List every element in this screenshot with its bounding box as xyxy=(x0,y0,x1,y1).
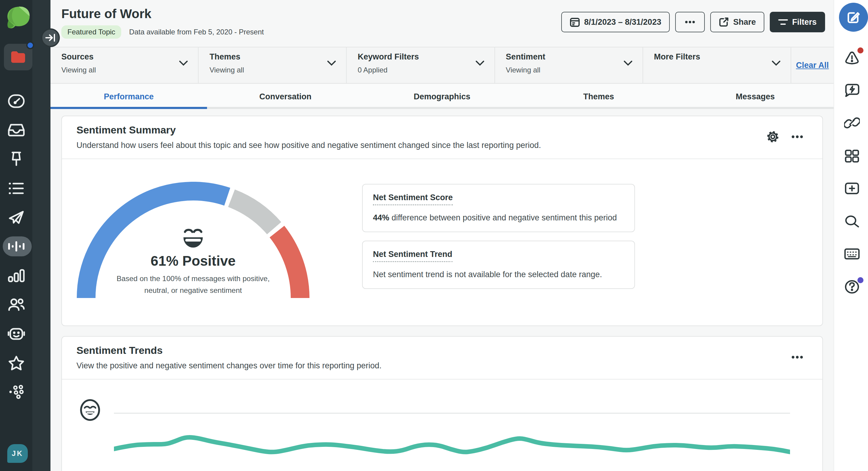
filter-bar: Sources Viewing all Themes Viewing all K… xyxy=(51,47,834,83)
sentiment-trends-card: Sentiment Trends View the positive and n… xyxy=(61,336,823,471)
clear-all-label: Clear All xyxy=(796,61,829,70)
tab-underline xyxy=(364,107,520,109)
chevron-down-icon xyxy=(476,61,484,66)
bot-icon xyxy=(7,327,25,341)
sidebar-item-listening-active[interactable] xyxy=(0,237,32,256)
tab-messages[interactable]: Messages xyxy=(677,84,834,109)
filter-themes[interactable]: Themes Viewing all xyxy=(198,47,347,83)
help-button[interactable] xyxy=(844,279,860,295)
keyboard-shortcuts-button[interactable] xyxy=(844,246,860,262)
compose-button[interactable] xyxy=(839,3,868,32)
filter-sentiment[interactable]: Sentiment Viewing all xyxy=(495,47,643,83)
filter-label: Sources xyxy=(61,52,198,62)
share-label: Share xyxy=(733,18,756,27)
filter-value: Viewing all xyxy=(61,66,198,74)
feedback-bolt-bubble-icon xyxy=(844,83,860,97)
card-more-options-button[interactable] xyxy=(789,349,805,365)
gear-icon xyxy=(766,130,780,144)
sidebar-item-audience[interactable] xyxy=(0,296,32,314)
sidebar-item-reports[interactable] xyxy=(0,267,32,285)
apps-grid-button[interactable] xyxy=(844,148,860,164)
filter-label: More Filters xyxy=(654,52,790,62)
sidebar-item-reviews[interactable] xyxy=(0,354,32,372)
tab-label: Themes xyxy=(583,92,614,101)
tab-label: Messages xyxy=(736,92,775,101)
inbox-icon xyxy=(8,124,25,137)
tab-themes[interactable]: Themes xyxy=(521,84,677,109)
listening-waveform-icon xyxy=(8,240,25,253)
tab-conversation[interactable]: Conversation xyxy=(207,84,364,109)
sidebar-item-automation[interactable] xyxy=(0,325,32,343)
chevron-down-icon xyxy=(772,61,780,66)
feedback-button[interactable] xyxy=(844,82,860,98)
tab-label: Conversation xyxy=(259,92,312,101)
folder-icon xyxy=(10,51,26,63)
tab-underline xyxy=(521,107,677,109)
net-sentiment-score-text: difference between positive and negative… xyxy=(389,213,617,222)
create-new-button[interactable] xyxy=(844,180,860,196)
dashboard-gauge-icon xyxy=(8,94,25,108)
filter-value: Viewing all xyxy=(210,66,346,74)
sentiment-trend-line-chart xyxy=(114,427,790,471)
net-sentiment-score-title[interactable]: Net Sentiment Score xyxy=(373,193,453,205)
card-more-options-button[interactable] xyxy=(789,129,805,145)
tab-underline xyxy=(677,107,834,109)
folder-workspace-button[interactable] xyxy=(4,44,32,70)
card-description: Understand how users feel about this top… xyxy=(76,141,808,150)
keyboard-icon xyxy=(844,248,860,260)
sprout-leaf-logo[interactable] xyxy=(5,4,31,31)
filters-label: Filters xyxy=(792,18,817,27)
alerts-button[interactable] xyxy=(844,50,860,66)
filter-more-filters[interactable]: More Filters xyxy=(643,47,791,83)
gauge-headline: 61% Positive xyxy=(102,253,284,269)
tab-performance[interactable]: Performance xyxy=(51,84,207,109)
filters-button[interactable]: Filters xyxy=(770,12,825,32)
clear-all-filters[interactable]: Clear All xyxy=(791,47,834,83)
data-availability-text: Data available from Feb 5, 2020 - Presen… xyxy=(129,28,264,36)
filter-keyword-filters[interactable]: Keyword Filters 0 Applied xyxy=(347,47,495,83)
sentiment-summary-card: Sentiment Summary Understand how users f… xyxy=(61,115,823,326)
sidebar-item-tasks-list[interactable] xyxy=(0,179,32,198)
chevron-down-icon xyxy=(179,61,188,66)
help-badge-dot xyxy=(858,277,864,283)
utility-rail xyxy=(834,0,868,471)
filter-value: 0 Applied xyxy=(358,66,494,74)
sidebar-item-integrations[interactable] xyxy=(0,383,32,401)
filter-sources[interactable]: Sources Viewing all xyxy=(51,47,198,83)
chevron-down-icon xyxy=(624,61,632,66)
ellipsis-icon xyxy=(791,356,803,359)
net-sentiment-score-value: 44% xyxy=(373,213,389,222)
expand-sidebar-arrow-icon xyxy=(45,33,56,42)
tab-demographics[interactable]: Demographics xyxy=(364,84,520,109)
filter-value: Viewing all xyxy=(506,66,643,74)
filter-label: Keyword Filters xyxy=(358,52,494,62)
share-button[interactable]: Share xyxy=(710,12,764,32)
search-icon xyxy=(845,215,859,228)
laughing-emoji-icon xyxy=(180,227,207,250)
filter-label: Themes xyxy=(210,52,346,62)
filter-label: Sentiment xyxy=(506,52,643,62)
user-avatar[interactable]: JK xyxy=(7,444,28,463)
date-range-button[interactable]: 8/1/2023 – 8/31/2023 xyxy=(561,12,670,32)
page-title: Future of Work xyxy=(61,7,151,21)
more-options-button[interactable] xyxy=(675,12,705,32)
net-sentiment-score-box: Net Sentiment Score 44% difference betwe… xyxy=(362,184,635,232)
sidebar-item-inbox[interactable] xyxy=(0,121,32,139)
sidebar-item-dashboard[interactable] xyxy=(0,92,32,110)
help-question-icon xyxy=(844,279,860,294)
tab-label: Performance xyxy=(104,92,154,101)
link-icon xyxy=(844,117,860,129)
card-settings-button[interactable] xyxy=(765,129,781,145)
apps-grid-icon xyxy=(845,149,859,163)
sidebar-secondary-strip xyxy=(32,0,51,471)
copy-link-button[interactable] xyxy=(844,115,860,131)
sidebar-item-publishing[interactable] xyxy=(0,208,32,227)
net-sentiment-trend-title[interactable]: Net Sentiment Trend xyxy=(373,250,453,262)
sidebar-item-pinned[interactable] xyxy=(0,150,32,168)
notification-dot xyxy=(26,41,34,49)
expand-sidebar-button[interactable] xyxy=(41,28,60,47)
card-title: Sentiment Summary xyxy=(76,124,808,136)
compose-icon xyxy=(847,10,860,24)
trend-baseline xyxy=(114,413,790,414)
search-button[interactable] xyxy=(844,213,860,229)
